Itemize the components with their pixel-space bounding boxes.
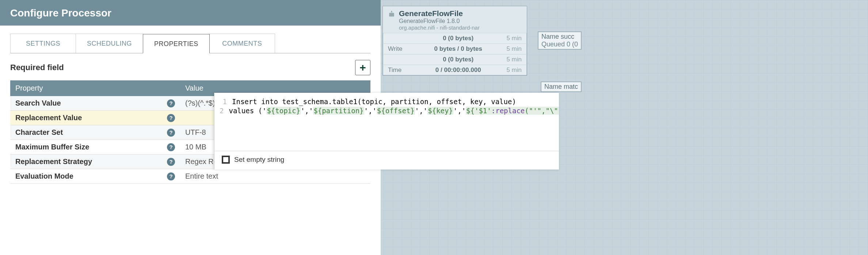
connection-box-match[interactable]: Name matc	[541, 81, 582, 92]
required-field-label: Required field	[10, 63, 64, 72]
processor-stat-row: Time0 / 00:00:00.0005 min	[383, 65, 527, 75]
property-name: Search Value	[15, 99, 61, 107]
processor-stat-row: 0 (0 bytes)5 min	[383, 33, 527, 43]
help-icon[interactable]: ?	[167, 143, 175, 151]
set-empty-string-label: Set empty string	[234, 156, 284, 164]
conn-label: Name	[541, 33, 559, 40]
property-name: Maximum Buffer Size	[15, 143, 89, 151]
property-value[interactable]: UTF-8	[185, 128, 206, 136]
code-editor[interactable]: 1Insert into test_schema.table1(topic, p…	[214, 93, 559, 151]
conn-value: matc	[564, 83, 578, 90]
help-icon[interactable]: ?	[167, 129, 175, 137]
tab-scheduling[interactable]: SCHEDULING	[76, 34, 143, 53]
tab-properties[interactable]: PROPERTIES	[143, 34, 210, 53]
property-name: Evaluation Mode	[15, 172, 73, 180]
value-editor-popup: 1Insert into test_schema.table1(topic, p…	[214, 93, 559, 170]
processor-title: GenerateFlowFile	[399, 9, 480, 18]
processor-stat-row: 0 (0 bytes)5 min	[383, 54, 527, 65]
conn-label: Name	[544, 83, 562, 90]
conn-label: Queued	[541, 41, 565, 48]
help-icon[interactable]: ?	[167, 99, 175, 107]
add-property-button[interactable]: +	[355, 60, 370, 75]
processor-node-generateflowfile[interactable]: GenerateFlowFile GenerateFlowFile 1.8.0 …	[382, 6, 527, 76]
property-value[interactable]: Entire text	[185, 172, 218, 180]
property-name: Replacement Strategy	[15, 157, 92, 165]
processor-subtitle-version: GenerateFlowFile 1.8.0	[399, 18, 480, 24]
processor-icon	[388, 10, 395, 17]
processor-stat-row: Write0 bytes / 0 bytes5 min	[383, 43, 527, 54]
set-empty-string-checkbox[interactable]	[222, 156, 230, 164]
col-property: Property	[10, 80, 180, 96]
connection-box-success[interactable]: Name succ Queued 0 (0	[538, 31, 582, 50]
tabs: SETTINGSSCHEDULINGPROPERTIESCOMMENTS	[10, 34, 370, 53]
tab-settings[interactable]: SETTINGS	[10, 34, 76, 53]
property-value[interactable]: 10 MB	[185, 143, 206, 151]
tab-comments[interactable]: COMMENTS	[209, 34, 275, 53]
property-name: Replacement Value	[15, 114, 82, 122]
help-icon[interactable]: ?	[167, 158, 175, 166]
property-name: Character Set	[15, 128, 63, 136]
processor-subtitle-bundle: org.apache.nifi - nifi-standard-nar	[399, 24, 480, 31]
help-icon[interactable]: ?	[167, 172, 175, 180]
property-value[interactable]: (?s)(^.*$)	[185, 99, 215, 107]
conn-value: succ	[561, 33, 574, 40]
property-row[interactable]: Evaluation Mode?Entire text	[10, 169, 370, 184]
conn-value: 0 (0	[567, 41, 578, 48]
dialog-title: Configure Processor	[0, 0, 381, 26]
help-icon[interactable]: ?	[167, 114, 175, 122]
